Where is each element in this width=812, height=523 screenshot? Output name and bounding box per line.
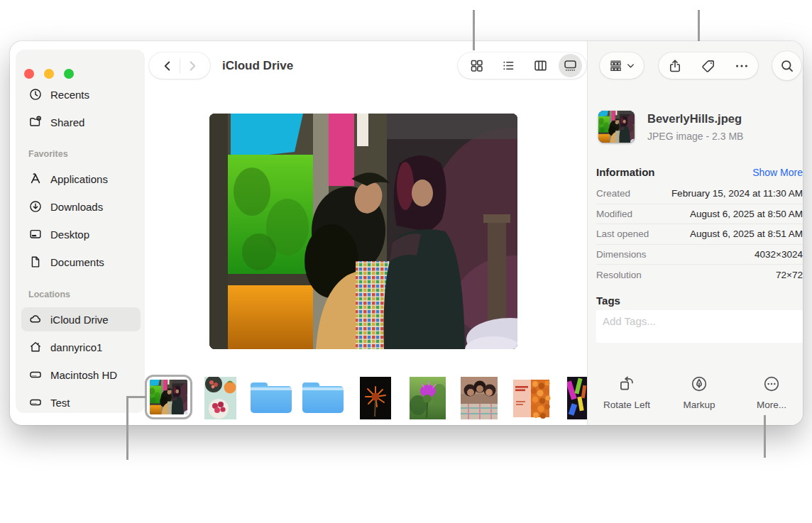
sidebar-item-applications[interactable]: Applications bbox=[21, 167, 141, 191]
preview-file-kind-size: JPEG image - 2.3 MB bbox=[647, 131, 743, 142]
list-view-button[interactable] bbox=[495, 54, 523, 77]
window-title: iCloud Drive bbox=[222, 53, 293, 79]
clock-icon bbox=[28, 87, 43, 101]
tags-button[interactable] bbox=[701, 58, 716, 74]
ellipsis-icon bbox=[734, 58, 750, 74]
nav-separator bbox=[180, 59, 180, 73]
sidebar-item-macintosh-hd[interactable]: Macintosh HD bbox=[21, 363, 141, 387]
zoom-window-button[interactable] bbox=[64, 69, 74, 79]
thumbnail-orange-flower[interactable] bbox=[360, 377, 391, 419]
rotate-left-icon bbox=[618, 375, 636, 393]
thumbnail-group-selfie[interactable] bbox=[461, 377, 498, 419]
sidebar-item-desktop[interactable]: Desktop bbox=[21, 222, 141, 246]
more-toolbar-button[interactable] bbox=[734, 58, 750, 74]
preview-file-thumbnail[interactable] bbox=[598, 111, 635, 143]
folder-icon[interactable] bbox=[302, 381, 344, 414]
more-circle-icon bbox=[762, 375, 781, 393]
sidebar-section-locations: Locations bbox=[28, 290, 70, 299]
callout-line-toolbar-actions bbox=[698, 10, 700, 41]
minimize-window-button[interactable] bbox=[44, 69, 54, 79]
folder-icon[interactable] bbox=[250, 381, 292, 414]
list-view-icon bbox=[501, 58, 516, 73]
sidebar-item-label: iCloud Drive bbox=[50, 314, 109, 326]
group-button[interactable] bbox=[600, 53, 644, 79]
information-heading: Information bbox=[596, 166, 655, 178]
sidebar-item-label: Documents bbox=[50, 256, 104, 268]
share-icon bbox=[667, 58, 683, 74]
window-controls bbox=[24, 69, 74, 79]
callout-line-more-button bbox=[764, 415, 766, 458]
sidebar-item-documents[interactable]: Documents bbox=[21, 250, 141, 274]
tag-icon bbox=[701, 58, 716, 74]
sidebar-item-label: dannyrico1 bbox=[50, 341, 102, 353]
home-icon bbox=[28, 340, 43, 354]
info-row-resolution: Resolution 72×72 bbox=[596, 265, 803, 285]
show-more-link[interactable]: Show More bbox=[752, 167, 803, 178]
callout-line-view-buttons bbox=[473, 10, 475, 50]
tags-heading: Tags bbox=[596, 294, 620, 307]
thumbnail-thistle-flower[interactable] bbox=[410, 377, 446, 419]
quick-actions: Rotate Left Markup More... bbox=[591, 375, 808, 410]
thumbnail-neon-photo-clipped[interactable] bbox=[567, 377, 587, 419]
search-icon bbox=[779, 58, 795, 74]
preview-file-name: BeverlyHills.jpeg bbox=[647, 112, 742, 126]
sidebar-item-label: Applications bbox=[50, 173, 108, 185]
info-row-modified: Modified August 6, 2025 at 8:50 AM bbox=[596, 204, 803, 225]
sidebar-item-dannyrico1[interactable]: dannyrico1 bbox=[21, 335, 141, 359]
grid-view-icon bbox=[469, 58, 484, 73]
hard-drive-icon bbox=[28, 368, 43, 382]
chevron-down-icon bbox=[626, 61, 635, 70]
column-view-icon bbox=[533, 58, 548, 73]
preview-pane-divider bbox=[587, 41, 588, 425]
share-button[interactable] bbox=[667, 58, 683, 74]
icon-view-button[interactable] bbox=[463, 54, 491, 77]
cloud-icon bbox=[28, 312, 43, 326]
forward-button[interactable] bbox=[185, 58, 200, 74]
callout-line-selected-thumbnail-vertical bbox=[126, 396, 128, 460]
sidebar-item-test[interactable]: Test bbox=[21, 390, 141, 414]
gallery-preview-image[interactable] bbox=[209, 114, 517, 349]
info-row-last-opened: Last opened August 6, 2025 at 8:51 AM bbox=[596, 224, 803, 245]
finder-window: Recents Shared Favorites Applications Do… bbox=[10, 41, 803, 425]
sidebar-item-shared[interactable]: Shared bbox=[21, 110, 141, 134]
group-icon bbox=[608, 58, 623, 73]
sidebar-item-label: Recents bbox=[50, 89, 89, 101]
info-row-created: Created February 15, 2024 at 11:30 AM bbox=[596, 184, 803, 204]
sidebar-item-label: Desktop bbox=[50, 229, 89, 241]
thumbnail-food-photo[interactable] bbox=[204, 377, 236, 419]
hard-drive-icon bbox=[28, 395, 43, 409]
thumbnail-farmers-market-flyer[interactable] bbox=[512, 378, 551, 419]
desktop-icon bbox=[28, 227, 43, 241]
close-window-button[interactable] bbox=[24, 69, 34, 79]
document-icon bbox=[28, 255, 43, 269]
sidebar-item-icloud-drive[interactable]: iCloud Drive bbox=[21, 307, 141, 331]
add-tags-input[interactable] bbox=[596, 310, 803, 343]
column-view-button[interactable] bbox=[527, 54, 555, 77]
view-switcher bbox=[458, 53, 586, 79]
shared-folder-icon bbox=[28, 115, 43, 129]
toolbar-actions bbox=[659, 53, 758, 79]
gallery-view-button[interactable] bbox=[559, 54, 582, 77]
sidebar-item-label: Downloads bbox=[50, 201, 103, 213]
navigation-buttons bbox=[149, 53, 210, 79]
information-table: Created February 15, 2024 at 11:30 AM Mo… bbox=[596, 184, 803, 285]
more-quick-action-button[interactable]: More... bbox=[737, 375, 806, 410]
back-button[interactable] bbox=[160, 58, 175, 74]
downloads-icon bbox=[28, 199, 43, 214]
sidebar-section-favorites: Favorites bbox=[28, 149, 68, 159]
sidebar-item-recents[interactable]: Recents bbox=[21, 82, 141, 106]
sidebar-item-downloads[interactable]: Downloads bbox=[21, 194, 141, 219]
gallery-view-icon bbox=[563, 58, 578, 73]
sidebar-item-label: Macintosh HD bbox=[50, 369, 117, 381]
thumbnail-beverlyhills-selected[interactable] bbox=[145, 375, 192, 419]
markup-icon bbox=[690, 375, 708, 393]
rotate-left-button[interactable]: Rotate Left bbox=[593, 375, 661, 410]
screenshot-canvas: Recents Shared Favorites Applications Do… bbox=[0, 0, 812, 523]
applications-icon bbox=[28, 172, 43, 186]
sidebar-item-label: Test bbox=[50, 397, 70, 409]
callout-line-selected-thumbnail-horizontal bbox=[126, 396, 146, 398]
info-row-dimensions: Dimensions 4032×3024 bbox=[596, 245, 803, 265]
search-button[interactable] bbox=[772, 51, 801, 80]
markup-button[interactable]: Markup bbox=[665, 375, 733, 410]
sidebar-item-label: Shared bbox=[50, 116, 84, 128]
